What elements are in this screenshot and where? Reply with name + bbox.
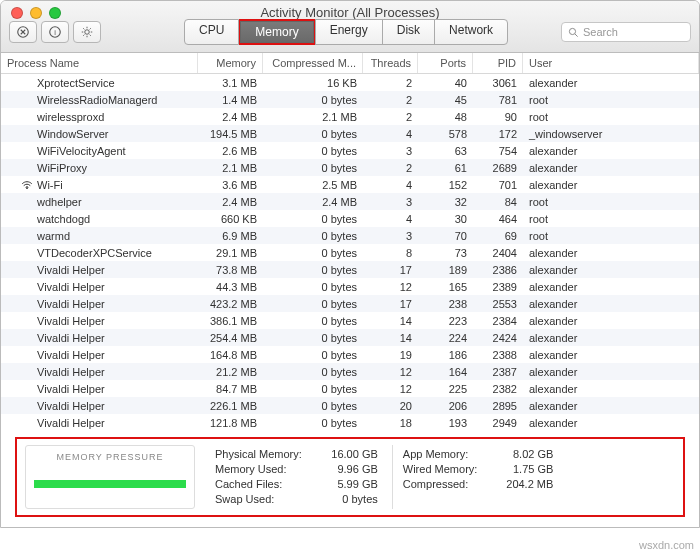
- cell-user: _windowserver: [523, 128, 699, 140]
- svg-line-10: [83, 28, 84, 29]
- cell-pid: 2384: [473, 315, 523, 327]
- process-name-cell: XprotectService: [1, 77, 198, 89]
- cell-comp: 0 bytes: [263, 162, 363, 174]
- settings-button[interactable]: [73, 21, 101, 43]
- table-row[interactable]: Vivaldi Helper121.8 MB0 bytes181932949al…: [1, 414, 699, 431]
- physical-memory-value: 16.00 GB: [316, 447, 378, 462]
- cell-thr: 14: [363, 315, 418, 327]
- cell-mem: 2.6 MB: [198, 145, 263, 157]
- cell-comp: 2.5 MB: [263, 179, 363, 191]
- tab-disk[interactable]: Disk: [382, 19, 435, 45]
- cell-thr: 4: [363, 179, 418, 191]
- cell-thr: 3: [363, 196, 418, 208]
- cell-pid: 781: [473, 94, 523, 106]
- wifi-icon: [21, 179, 33, 191]
- cell-ports: 223: [418, 315, 473, 327]
- cell-user: alexander: [523, 247, 699, 259]
- cell-ports: 48: [418, 111, 473, 123]
- minimize-icon[interactable]: [30, 7, 42, 19]
- table-row[interactable]: watchdogd660 KB0 bytes430464root: [1, 210, 699, 227]
- cell-user: root: [523, 111, 699, 123]
- cell-user: alexander: [523, 417, 699, 429]
- cell-comp: 0 bytes: [263, 128, 363, 140]
- svg-line-13: [90, 28, 91, 29]
- table-row[interactable]: Vivaldi Helper164.8 MB0 bytes191862388al…: [1, 346, 699, 363]
- table-row[interactable]: wdhelper2.4 MB2.4 MB33284root: [1, 193, 699, 210]
- cell-comp: 0 bytes: [263, 281, 363, 293]
- cell-ports: 193: [418, 417, 473, 429]
- table-row[interactable]: VTDecoderXPCService29.1 MB0 bytes8732404…: [1, 244, 699, 261]
- cell-mem: 660 KB: [198, 213, 263, 225]
- process-table-body: XprotectService3.1 MB16 KB2403061alexand…: [1, 74, 699, 431]
- stop-process-button[interactable]: [9, 21, 37, 43]
- cell-user: alexander: [523, 383, 699, 395]
- cell-user: alexander: [523, 179, 699, 191]
- cell-mem: 2.4 MB: [198, 196, 263, 208]
- header-threads[interactable]: Threads: [363, 53, 418, 73]
- cell-pid: 2404: [473, 247, 523, 259]
- table-row[interactable]: Vivaldi Helper21.2 MB0 bytes121642387ale…: [1, 363, 699, 380]
- process-name-cell: Vivaldi Helper: [1, 366, 198, 378]
- cell-thr: 2: [363, 162, 418, 174]
- cell-ports: 578: [418, 128, 473, 140]
- cell-thr: 8: [363, 247, 418, 259]
- close-icon[interactable]: [11, 7, 23, 19]
- table-row[interactable]: wirelessproxd2.4 MB2.1 MB24890root: [1, 108, 699, 125]
- svg-line-12: [83, 35, 84, 36]
- table-row[interactable]: Vivaldi Helper386.1 MB0 bytes142232384al…: [1, 312, 699, 329]
- process-name-cell: Vivaldi Helper: [1, 383, 198, 395]
- process-name-cell: WindowServer: [1, 128, 198, 140]
- table-row[interactable]: Vivaldi Helper226.1 MB0 bytes202062895al…: [1, 397, 699, 414]
- cell-comp: 0 bytes: [263, 417, 363, 429]
- header-ports[interactable]: Ports: [418, 53, 473, 73]
- memory-summary-panel: MEMORY PRESSURE Physical Memory:16.00 GB…: [15, 437, 685, 517]
- cell-mem: 3.6 MB: [198, 179, 263, 191]
- cell-user: root: [523, 213, 699, 225]
- cell-pid: 2949: [473, 417, 523, 429]
- cell-ports: 206: [418, 400, 473, 412]
- cell-comp: 16 KB: [263, 77, 363, 89]
- header-user[interactable]: User: [523, 53, 699, 73]
- cell-user: alexander: [523, 77, 699, 89]
- table-row[interactable]: Wi-Fi3.6 MB2.5 MB4152701alexander: [1, 176, 699, 193]
- zoom-icon[interactable]: [49, 7, 61, 19]
- cell-comp: 0 bytes: [263, 366, 363, 378]
- app-memory-value: 8.02 GB: [491, 447, 553, 462]
- cell-pid: 84: [473, 196, 523, 208]
- cell-ports: 152: [418, 179, 473, 191]
- info-button[interactable]: i: [41, 21, 69, 43]
- table-row[interactable]: warmd6.9 MB0 bytes37069root: [1, 227, 699, 244]
- table-row[interactable]: XprotectService3.1 MB16 KB2403061alexand…: [1, 74, 699, 91]
- cell-thr: 20: [363, 400, 418, 412]
- process-name-cell: warmd: [1, 230, 198, 242]
- process-name-cell: wirelessproxd: [1, 111, 198, 123]
- highlight-memory-tab: Memory: [239, 19, 315, 45]
- tab-cpu[interactable]: CPU: [184, 19, 239, 45]
- cell-comp: 0 bytes: [263, 315, 363, 327]
- cell-comp: 0 bytes: [263, 349, 363, 361]
- table-row[interactable]: Vivaldi Helper84.7 MB0 bytes122252382ale…: [1, 380, 699, 397]
- table-row[interactable]: Vivaldi Helper44.3 MB0 bytes121652389ale…: [1, 278, 699, 295]
- table-row[interactable]: WiFiProxy2.1 MB0 bytes2612689alexander: [1, 159, 699, 176]
- cell-thr: 17: [363, 264, 418, 276]
- header-process-name[interactable]: Process Name: [1, 53, 198, 73]
- tab-memory[interactable]: Memory: [240, 21, 313, 43]
- cell-comp: 0 bytes: [263, 400, 363, 412]
- table-row[interactable]: Vivaldi Helper254.4 MB0 bytes142242424al…: [1, 329, 699, 346]
- tab-energy[interactable]: Energy: [315, 19, 383, 45]
- swap-used-value: 0 bytes: [316, 492, 378, 507]
- header-memory[interactable]: Memory: [198, 53, 263, 73]
- table-row[interactable]: WiFiVelocityAgent2.6 MB0 bytes363754alex…: [1, 142, 699, 159]
- header-pid[interactable]: PID: [473, 53, 523, 73]
- table-row[interactable]: WirelessRadioManagerd1.4 MB0 bytes245781…: [1, 91, 699, 108]
- wired-memory-label: Wired Memory:: [403, 462, 478, 477]
- table-row[interactable]: Vivaldi Helper423.2 MB0 bytes172382553al…: [1, 295, 699, 312]
- table-row[interactable]: WindowServer194.5 MB0 bytes4578172_windo…: [1, 125, 699, 142]
- process-name-cell: WiFiVelocityAgent: [1, 145, 198, 157]
- header-compressed[interactable]: Compressed M...: [263, 53, 363, 73]
- table-row[interactable]: Vivaldi Helper73.8 MB0 bytes171892386ale…: [1, 261, 699, 278]
- wired-memory-value: 1.75 GB: [491, 462, 553, 477]
- cell-ports: 165: [418, 281, 473, 293]
- search-input[interactable]: Search: [561, 22, 691, 42]
- tab-network[interactable]: Network: [434, 19, 508, 45]
